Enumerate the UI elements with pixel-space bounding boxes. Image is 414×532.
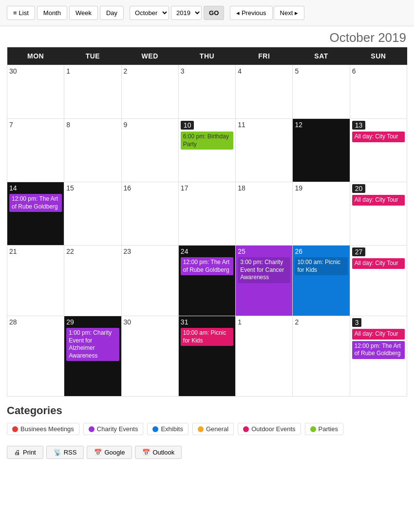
category-parties[interactable]: Parties — [305, 423, 343, 435]
day-cell-oct23[interactable]: 23 — [121, 246, 178, 316]
day-number: 30 — [9, 67, 62, 75]
category-label: Outdoor Events — [251, 425, 295, 433]
event-picnic-kids-26[interactable]: 10:00 am: Picnic for Kids — [295, 257, 347, 275]
rss-button[interactable]: 📡 RSS — [46, 446, 84, 459]
day-cell-nov1[interactable]: 1 — [236, 316, 293, 397]
header-tue: TUE — [64, 47, 121, 65]
next-button[interactable]: Next ▸ — [274, 6, 304, 20]
day-cell-oct11[interactable]: 11 — [236, 119, 293, 182]
list-view-button[interactable]: ≡ List — [7, 6, 35, 20]
day-cell-oct2[interactable]: 2 — [121, 65, 178, 119]
rss-icon: 📡 — [54, 449, 61, 456]
day-number: 21 — [9, 247, 62, 255]
header-fri: FRI — [236, 47, 293, 65]
day-cell-oct5[interactable]: 5 — [293, 65, 350, 119]
header-thu: THU — [178, 47, 235, 65]
day-number: 25 — [238, 247, 290, 255]
categories-section: Categories Businees Meetings Charity Eve… — [0, 397, 414, 446]
day-cell-oct31[interactable]: 31 10:00 am: Picnic for Kids — [178, 316, 235, 397]
category-dot — [310, 426, 316, 432]
table-row: 21 22 23 24 12:00 pm: The Art of Rube Go… — [7, 246, 407, 316]
event-art-rube-14[interactable]: 12:00 pm: The Art of Rube Goldberg — [9, 194, 62, 212]
day-cell-oct6[interactable]: 6 — [350, 65, 407, 119]
event-charity-alzheimer-29[interactable]: 1:00 pm: Charity Event for Alzheimer Awa… — [66, 328, 119, 361]
day-cell-oct18[interactable]: 18 — [236, 182, 293, 246]
day-number: 14 — [9, 184, 62, 192]
calendar-table: MON TUE WED THU FRI SAT SUN 30 1 2 — [7, 47, 407, 397]
week-view-button[interactable]: Week — [69, 6, 98, 20]
event-city-tour-nov3[interactable]: All day: City Tour — [352, 329, 405, 340]
day-cell-oct26[interactable]: 26 10:00 am: Picnic for Kids — [293, 246, 350, 316]
month-title: October 2019 — [0, 26, 414, 47]
footer-buttons: 🖨 Print 📡 RSS 📅 Google 📅 Outlook — [0, 446, 414, 467]
day-cell-oct28[interactable]: 28 — [7, 316, 64, 397]
day-cell-nov2[interactable]: 2 — [293, 316, 350, 397]
day-cell-oct14[interactable]: 14 12:00 pm: The Art of Rube Goldberg — [7, 182, 64, 246]
month-select[interactable]: October — [130, 6, 169, 20]
previous-button[interactable]: ◂ Previous — [230, 6, 272, 20]
day-number: 4 — [238, 67, 290, 75]
category-label: Parties — [319, 425, 338, 433]
event-charity-cancer-25[interactable]: 3:00 pm: Charity Event for Cancer Awaren… — [238, 257, 290, 283]
day-cell-oct13[interactable]: 13 All day: City Tour — [350, 119, 407, 182]
day-number: 2 — [295, 318, 347, 326]
day-number: 24 — [181, 247, 233, 255]
category-business-meetings[interactable]: Businees Meetings — [7, 423, 79, 435]
day-cell-oct25[interactable]: 25 3:00 pm: Charity Event for Cancer Awa… — [236, 246, 293, 316]
event-birthday-party[interactable]: 6:00 pm: Birthday Party — [181, 132, 233, 150]
category-exhibits[interactable]: Exhibits — [147, 423, 188, 435]
day-cell-oct16[interactable]: 16 — [121, 182, 178, 246]
categories-title: Categories — [7, 404, 407, 417]
day-cell-oct10[interactable]: 10 6:00 pm: Birthday Party — [178, 119, 235, 182]
day-cell-oct8[interactable]: 8 — [64, 119, 121, 182]
day-cell-oct17[interactable]: 17 — [178, 182, 235, 246]
outlook-icon: 📅 — [142, 449, 150, 456]
calendar-header-row: MON TUE WED THU FRI SAT SUN — [7, 47, 407, 65]
day-number: 2 — [124, 67, 176, 75]
day-cell-oct20[interactable]: 20 All day: City Tour — [350, 182, 407, 246]
list-icon: ≡ — [13, 9, 17, 17]
event-art-rube-24[interactable]: 12:00 pm: The Art of Rube Goldberg — [181, 257, 233, 275]
event-city-tour-13[interactable]: All day: City Tour — [352, 132, 405, 142]
google-button[interactable]: 📅 Google — [87, 446, 132, 459]
day-cell-oct7[interactable]: 7 — [7, 119, 64, 182]
month-view-button[interactable]: Month — [37, 6, 67, 20]
event-art-rube-nov3[interactable]: 12:00 pm: The Art of Rube Goldberg — [352, 341, 405, 359]
event-picnic-kids-31[interactable]: 10:00 am: Picnic for Kids — [181, 328, 233, 346]
print-button[interactable]: 🖨 Print — [7, 446, 43, 459]
header-wed: WED — [121, 47, 178, 65]
day-cell-oct30[interactable]: 30 — [121, 316, 178, 397]
day-view-button[interactable]: Day — [100, 6, 124, 20]
year-select[interactable]: 2019 — [171, 6, 202, 20]
go-button[interactable]: GO — [204, 6, 224, 20]
day-cell-sep30[interactable]: 30 — [7, 65, 64, 119]
table-row: 30 1 2 3 4 5 6 — [7, 65, 407, 119]
day-cell-oct3[interactable]: 3 — [178, 65, 235, 119]
day-cell-nov3[interactable]: 3 All day: City Tour 12:00 pm: The Art o… — [350, 316, 407, 397]
day-cell-oct12[interactable]: 12 — [293, 119, 350, 182]
category-charity-events[interactable]: Charity Events — [83, 423, 144, 435]
day-number: 30 — [124, 318, 176, 326]
day-cell-oct27[interactable]: 27 All day: City Tour — [350, 246, 407, 316]
category-outdoor-events[interactable]: Outdoor Events — [238, 423, 301, 435]
day-cell-oct19[interactable]: 19 — [293, 182, 350, 246]
day-cell-oct21[interactable]: 21 — [7, 246, 64, 316]
day-cell-oct29[interactable]: 29 1:00 pm: Charity Event for Alzheimer … — [64, 316, 121, 397]
category-dot — [89, 426, 94, 432]
category-label: Exhibits — [161, 425, 183, 433]
day-cell-oct22[interactable]: 22 — [64, 246, 121, 316]
outlook-button[interactable]: 📅 Outlook — [135, 446, 182, 459]
day-cell-oct1[interactable]: 1 — [64, 65, 121, 119]
category-dot — [198, 426, 204, 432]
day-number: 8 — [66, 121, 119, 129]
day-number: 1 — [66, 67, 119, 75]
day-cell-oct15[interactable]: 15 — [64, 182, 121, 246]
event-city-tour-20[interactable]: All day: City Tour — [352, 195, 405, 206]
day-cell-oct24[interactable]: 24 12:00 pm: The Art of Rube Goldberg — [178, 246, 235, 316]
day-cell-oct9[interactable]: 9 — [121, 119, 178, 182]
day-number: 16 — [124, 184, 176, 192]
category-label: Charity Events — [97, 425, 138, 433]
day-cell-oct4[interactable]: 4 — [236, 65, 293, 119]
category-general[interactable]: General — [192, 423, 234, 435]
event-city-tour-27[interactable]: All day: City Tour — [352, 258, 405, 269]
